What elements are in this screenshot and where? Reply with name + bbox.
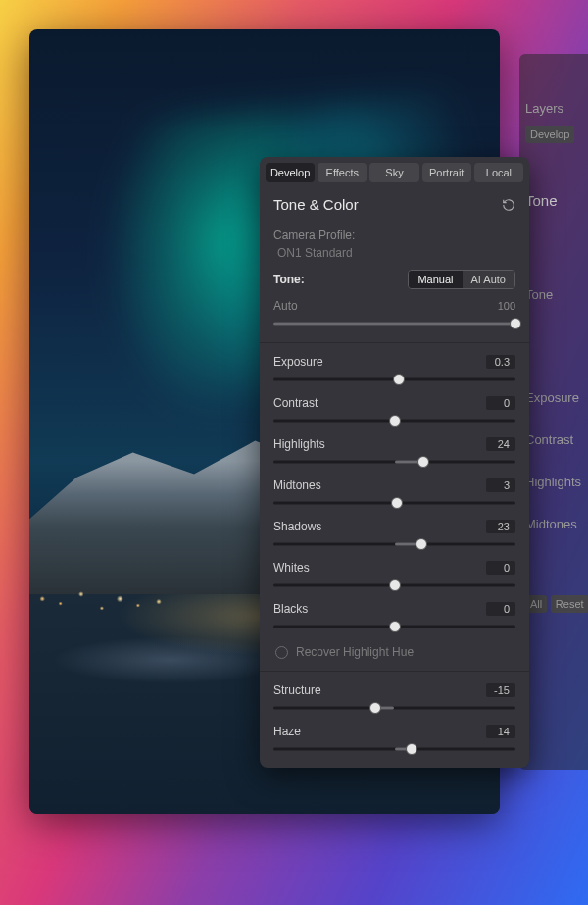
slider-auto[interactable]: Auto 100	[273, 299, 515, 330]
slider-exposure-value[interactable]: 0.3	[486, 355, 515, 369]
bg-exposure-label: Exposure	[525, 390, 582, 405]
slider-midtones-track[interactable]	[273, 496, 515, 510]
bg-highlights-label: Highlights	[525, 475, 582, 489]
slider-exposure-label: Exposure	[273, 355, 323, 369]
slider-exposure[interactable]: Exposure0.3	[273, 355, 515, 386]
tone-mode-toggle: ManualAI Auto	[408, 270, 515, 289]
recover-highlight-hue-checkbox[interactable]: Recover Highlight Hue	[275, 645, 515, 659]
slider-whites[interactable]: Whites0	[273, 561, 515, 592]
slider-midtones-thumb[interactable]	[391, 497, 403, 509]
slider-shadows-thumb[interactable]	[416, 538, 427, 550]
bg-contrast-label: Contrast	[525, 432, 582, 447]
divider	[260, 671, 529, 672]
slider-blacks[interactable]: Blacks0	[273, 602, 515, 633]
bg-tone-label: Tone	[525, 287, 582, 302]
slider-whites-label: Whites	[273, 561, 310, 575]
tab-sky[interactable]: Sky	[369, 163, 418, 182]
slider-haze-track[interactable]	[273, 742, 515, 756]
bg-reset-chip: Reset	[551, 595, 588, 613]
slider-whites-track[interactable]	[273, 578, 515, 592]
recover-highlight-hue-label: Recover Highlight Hue	[296, 645, 414, 659]
slider-structure[interactable]: Structure-15	[273, 683, 515, 715]
slider-shadows[interactable]: Shadows23	[273, 520, 515, 551]
slider-contrast-track[interactable]	[273, 414, 515, 427]
divider	[260, 342, 529, 343]
bg-midtones-label: Midtones	[525, 517, 582, 531]
slider-shadows-value[interactable]: 23	[486, 520, 515, 533]
bg-develop-chip: Develop	[525, 126, 574, 143]
tone-mode-ai_auto-button[interactable]: AI Auto	[463, 271, 514, 288]
panel-body: Camera Profile: ON1 Standard Tone: Manua…	[260, 217, 529, 756]
tab-develop[interactable]: Develop	[266, 163, 315, 182]
slider-haze-value[interactable]: 14	[486, 725, 515, 738]
slider-contrast-label: Contrast	[273, 396, 318, 410]
develop-panel: DevelopEffectsSkyPortraitLocal Tone & Co…	[260, 157, 529, 768]
camera-profile-value[interactable]: ON1 Standard	[277, 246, 515, 260]
section-title: Tone & Color	[273, 196, 359, 213]
slider-structure-value[interactable]: -15	[486, 683, 515, 697]
slider-auto-track[interactable]	[273, 317, 515, 330]
tab-portrait[interactable]: Portrait	[422, 163, 471, 182]
slider-structure-track[interactable]	[273, 701, 515, 715]
slider-whites-thumb[interactable]	[389, 579, 401, 591]
slider-highlights-track[interactable]	[273, 455, 515, 469]
slider-midtones[interactable]: Midtones3	[273, 478, 515, 510]
slider-auto-label: Auto	[273, 299, 298, 313]
background-panel: Layers Develop Tone Tone Exposure Contra…	[519, 54, 588, 770]
slider-highlights-label: Highlights	[273, 437, 325, 451]
slider-structure-thumb[interactable]	[369, 702, 381, 714]
tone-mode-manual-button[interactable]: Manual	[409, 271, 462, 288]
slider-shadows-track[interactable]	[273, 537, 515, 551]
slider-highlights-value[interactable]: 24	[486, 437, 515, 451]
tone-mode-row: Tone: ManualAI Auto	[273, 270, 515, 289]
slider-shadows-label: Shadows	[273, 520, 321, 533]
tab-effects[interactable]: Effects	[318, 163, 367, 182]
village-lights-overlay	[29, 547, 288, 641]
reset-icon[interactable]	[502, 198, 515, 212]
slider-haze[interactable]: Haze14	[273, 725, 515, 756]
bg-tone-heading: Tone	[525, 192, 582, 209]
checkbox-circle-icon[interactable]	[275, 646, 288, 659]
slider-highlights-thumb[interactable]	[417, 456, 429, 468]
tab-bar: DevelopEffectsSkyPortraitLocal	[260, 157, 529, 188]
slider-contrast[interactable]: Contrast0	[273, 396, 515, 427]
slider-structure-label: Structure	[273, 683, 321, 697]
tone-mode-label: Tone:	[273, 273, 305, 286]
slider-exposure-thumb[interactable]	[393, 374, 405, 385]
slider-blacks-track[interactable]	[273, 620, 515, 633]
slider-exposure-track[interactable]	[273, 373, 515, 386]
bg-layers-label: Layers	[525, 101, 582, 116]
slider-haze-thumb[interactable]	[406, 743, 417, 755]
section-header: Tone & Color	[260, 188, 529, 217]
slider-blacks-value[interactable]: 0	[486, 602, 515, 616]
slider-whites-value[interactable]: 0	[486, 561, 515, 575]
slider-contrast-thumb[interactable]	[389, 415, 401, 427]
slider-contrast-value[interactable]: 0	[486, 396, 515, 410]
slider-auto-value[interactable]: 100	[486, 299, 515, 313]
slider-blacks-thumb[interactable]	[389, 621, 401, 632]
slider-blacks-label: Blacks	[273, 602, 308, 616]
camera-profile-label: Camera Profile:	[273, 228, 515, 242]
slider-auto-thumb[interactable]	[510, 318, 521, 329]
slider-haze-label: Haze	[273, 725, 301, 738]
tab-local[interactable]: Local	[474, 163, 523, 182]
slider-highlights[interactable]: Highlights24	[273, 437, 515, 469]
slider-midtones-label: Midtones	[273, 478, 321, 492]
slider-midtones-value[interactable]: 3	[486, 478, 515, 492]
